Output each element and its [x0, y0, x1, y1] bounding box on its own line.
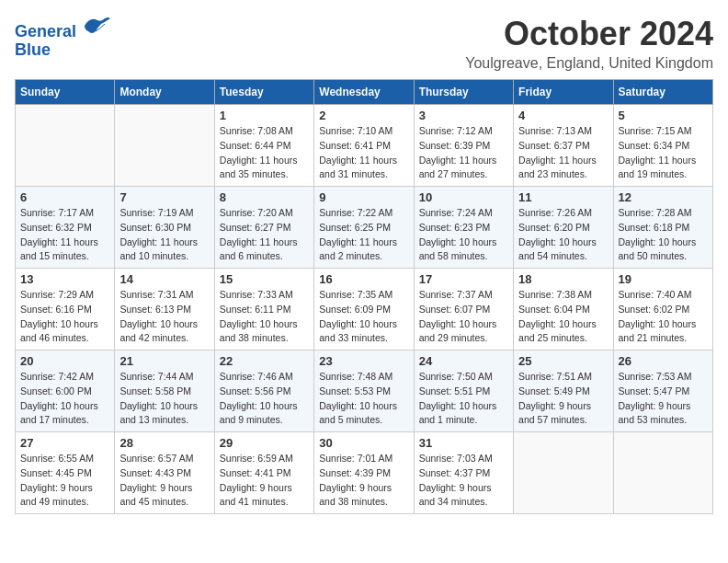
- title-block: October 2024 Youlgreave, England, United…: [465, 15, 713, 72]
- calendar-cell: 7Sunrise: 7:19 AMSunset: 6:30 PMDaylight…: [115, 187, 214, 269]
- col-header-sunday: Sunday: [16, 80, 115, 105]
- day-detail: Sunrise: 7:37 AMSunset: 6:07 PMDaylight:…: [419, 288, 508, 346]
- day-detail: Sunrise: 7:03 AMSunset: 4:37 PMDaylight:…: [419, 452, 508, 510]
- day-number: 21: [119, 354, 209, 368]
- day-number: 17: [419, 272, 508, 286]
- calendar-cell: 19Sunrise: 7:40 AMSunset: 6:02 PMDayligh…: [613, 269, 712, 350]
- day-number: 27: [20, 436, 109, 450]
- day-number: 3: [419, 109, 508, 122]
- day-number: 30: [319, 436, 408, 450]
- calendar-cell: [613, 432, 712, 514]
- day-number: 23: [319, 354, 408, 368]
- day-number: 18: [518, 272, 608, 286]
- day-number: 22: [220, 354, 309, 368]
- calendar-cell: [514, 432, 613, 514]
- calendar-week-row: 1Sunrise: 7:08 AMSunset: 6:44 PMDaylight…: [16, 105, 713, 187]
- calendar-header-row: SundayMondayTuesdayWednesdayThursdayFrid…: [16, 80, 713, 105]
- day-number: 1: [220, 109, 309, 122]
- day-detail: Sunrise: 6:55 AMSunset: 4:45 PMDaylight:…: [20, 452, 109, 510]
- day-number: 4: [518, 109, 608, 122]
- day-number: 5: [619, 109, 708, 122]
- day-detail: Sunrise: 7:13 AMSunset: 6:37 PMDaylight:…: [518, 124, 608, 182]
- day-detail: Sunrise: 7:40 AMSunset: 6:02 PMDaylight:…: [619, 288, 708, 346]
- calendar-cell: 29Sunrise: 6:59 AMSunset: 4:41 PMDayligh…: [214, 432, 313, 514]
- day-detail: Sunrise: 6:59 AMSunset: 4:41 PMDaylight:…: [220, 452, 309, 510]
- col-header-saturday: Saturday: [613, 80, 712, 105]
- calendar-cell: 21Sunrise: 7:44 AMSunset: 5:58 PMDayligh…: [115, 350, 214, 432]
- day-number: 15: [220, 272, 309, 286]
- calendar-cell: 23Sunrise: 7:48 AMSunset: 5:53 PMDayligh…: [314, 350, 414, 432]
- calendar-cell: 6Sunrise: 7:17 AMSunset: 6:32 PMDaylight…: [16, 187, 115, 269]
- calendar-cell: [16, 105, 115, 187]
- day-number: 9: [319, 190, 408, 204]
- calendar-cell: 25Sunrise: 7:51 AMSunset: 5:49 PMDayligh…: [514, 350, 613, 432]
- calendar-cell: 26Sunrise: 7:53 AMSunset: 5:47 PMDayligh…: [613, 350, 712, 432]
- day-number: 20: [20, 354, 109, 368]
- location-subtitle: Youlgreave, England, United Kingdom: [465, 55, 713, 72]
- calendar-cell: 28Sunrise: 6:57 AMSunset: 4:43 PMDayligh…: [115, 432, 214, 514]
- day-detail: Sunrise: 7:29 AMSunset: 6:16 PMDaylight:…: [20, 288, 109, 346]
- calendar-cell: 5Sunrise: 7:15 AMSunset: 6:34 PMDaylight…: [613, 105, 712, 187]
- month-title: October 2024: [465, 15, 713, 53]
- day-detail: Sunrise: 7:51 AMSunset: 5:49 PMDaylight:…: [518, 370, 608, 428]
- calendar-cell: 8Sunrise: 7:20 AMSunset: 6:27 PMDaylight…: [214, 187, 313, 269]
- calendar-cell: 16Sunrise: 7:35 AMSunset: 6:09 PMDayligh…: [314, 269, 414, 350]
- day-detail: Sunrise: 7:22 AMSunset: 6:25 PMDaylight:…: [319, 206, 408, 264]
- day-detail: Sunrise: 7:17 AMSunset: 6:32 PMDaylight:…: [20, 206, 109, 264]
- day-detail: Sunrise: 7:20 AMSunset: 6:27 PMDaylight:…: [220, 206, 309, 264]
- day-detail: Sunrise: 7:26 AMSunset: 6:20 PMDaylight:…: [518, 206, 608, 264]
- calendar-cell: [115, 105, 214, 187]
- calendar-cell: 31Sunrise: 7:03 AMSunset: 4:37 PMDayligh…: [414, 432, 513, 514]
- day-detail: Sunrise: 7:35 AMSunset: 6:09 PMDaylight:…: [319, 288, 408, 346]
- day-detail: Sunrise: 7:42 AMSunset: 6:00 PMDaylight:…: [20, 370, 109, 428]
- logo-bird-icon: [83, 15, 110, 37]
- day-detail: Sunrise: 7:53 AMSunset: 5:47 PMDaylight:…: [619, 370, 708, 428]
- calendar-table: SundayMondayTuesdayWednesdayThursdayFrid…: [15, 79, 713, 514]
- page-header: General Blue October 2024 Youlgreave, En…: [15, 15, 713, 72]
- calendar-cell: 15Sunrise: 7:33 AMSunset: 6:11 PMDayligh…: [214, 269, 313, 350]
- calendar-cell: 1Sunrise: 7:08 AMSunset: 6:44 PMDaylight…: [214, 105, 313, 187]
- logo: General Blue: [15, 15, 110, 60]
- day-detail: Sunrise: 7:12 AMSunset: 6:39 PMDaylight:…: [419, 124, 508, 182]
- col-header-wednesday: Wednesday: [314, 80, 414, 105]
- day-detail: Sunrise: 7:10 AMSunset: 6:41 PMDaylight:…: [319, 124, 408, 182]
- day-number: 11: [518, 190, 608, 204]
- calendar-cell: 27Sunrise: 6:55 AMSunset: 4:45 PMDayligh…: [16, 432, 115, 514]
- day-number: 26: [619, 354, 708, 368]
- calendar-cell: 3Sunrise: 7:12 AMSunset: 6:39 PMDaylight…: [414, 105, 513, 187]
- calendar-week-row: 6Sunrise: 7:17 AMSunset: 6:32 PMDaylight…: [16, 187, 713, 269]
- day-number: 6: [20, 190, 109, 204]
- col-header-friday: Friday: [514, 80, 613, 105]
- calendar-week-row: 27Sunrise: 6:55 AMSunset: 4:45 PMDayligh…: [16, 432, 713, 514]
- day-number: 2: [319, 109, 408, 122]
- col-header-monday: Monday: [115, 80, 214, 105]
- calendar-cell: 2Sunrise: 7:10 AMSunset: 6:41 PMDaylight…: [314, 105, 414, 187]
- day-number: 24: [419, 354, 508, 368]
- day-detail: Sunrise: 7:48 AMSunset: 5:53 PMDaylight:…: [319, 370, 408, 428]
- calendar-cell: 13Sunrise: 7:29 AMSunset: 6:16 PMDayligh…: [16, 269, 115, 350]
- calendar-cell: 9Sunrise: 7:22 AMSunset: 6:25 PMDaylight…: [314, 187, 414, 269]
- calendar-cell: 17Sunrise: 7:37 AMSunset: 6:07 PMDayligh…: [414, 269, 513, 350]
- day-number: 13: [20, 272, 109, 286]
- logo-general: General: [15, 22, 76, 40]
- day-detail: Sunrise: 7:50 AMSunset: 5:51 PMDaylight:…: [419, 370, 508, 428]
- col-header-thursday: Thursday: [414, 80, 513, 105]
- day-detail: Sunrise: 7:31 AMSunset: 6:13 PMDaylight:…: [119, 288, 209, 346]
- day-detail: Sunrise: 7:08 AMSunset: 6:44 PMDaylight:…: [220, 124, 309, 182]
- calendar-week-row: 13Sunrise: 7:29 AMSunset: 6:16 PMDayligh…: [16, 269, 713, 350]
- calendar-cell: 11Sunrise: 7:26 AMSunset: 6:20 PMDayligh…: [514, 187, 613, 269]
- day-number: 14: [119, 272, 209, 286]
- day-number: 25: [518, 354, 608, 368]
- day-number: 28: [119, 436, 209, 450]
- logo-blue: Blue: [15, 40, 51, 59]
- day-detail: Sunrise: 7:46 AMSunset: 5:56 PMDaylight:…: [220, 370, 309, 428]
- calendar-cell: 4Sunrise: 7:13 AMSunset: 6:37 PMDaylight…: [514, 105, 613, 187]
- day-detail: Sunrise: 7:38 AMSunset: 6:04 PMDaylight:…: [518, 288, 608, 346]
- calendar-cell: 30Sunrise: 7:01 AMSunset: 4:39 PMDayligh…: [314, 432, 414, 514]
- calendar-cell: 18Sunrise: 7:38 AMSunset: 6:04 PMDayligh…: [514, 269, 613, 350]
- day-detail: Sunrise: 7:15 AMSunset: 6:34 PMDaylight:…: [619, 124, 708, 182]
- calendar-cell: 12Sunrise: 7:28 AMSunset: 6:18 PMDayligh…: [613, 187, 712, 269]
- day-detail: Sunrise: 7:19 AMSunset: 6:30 PMDaylight:…: [119, 206, 209, 264]
- day-number: 31: [419, 436, 508, 450]
- day-number: 10: [419, 190, 508, 204]
